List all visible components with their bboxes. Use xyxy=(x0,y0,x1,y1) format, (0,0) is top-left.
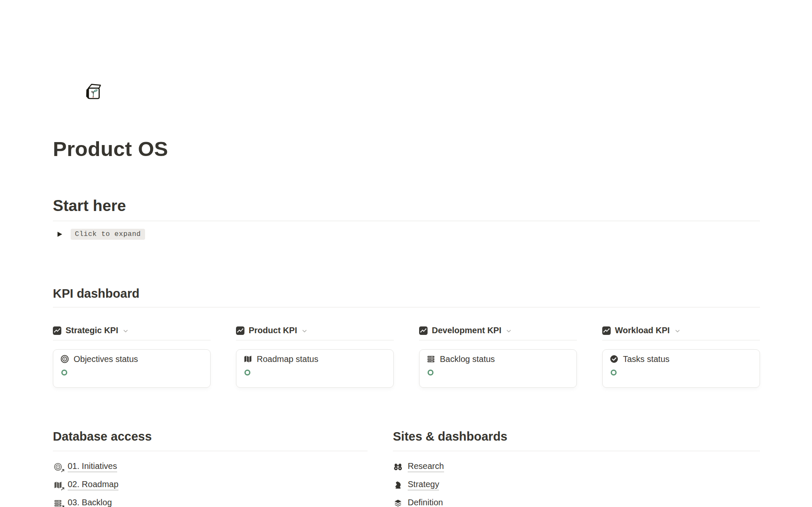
cube-seedling-icon xyxy=(83,82,102,101)
section-heading-database-access: Database access xyxy=(53,429,368,445)
link-roadmap[interactable]: 02. Roadmap xyxy=(53,477,118,493)
check-circle-icon xyxy=(609,354,619,364)
page-title: Product OS xyxy=(53,137,760,162)
line-chart-icon xyxy=(602,326,611,335)
kpi-card-label: Backlog status xyxy=(440,354,495,364)
external-arrow-icon xyxy=(60,468,65,473)
chevron-down-icon[interactable] xyxy=(675,329,680,333)
section-heading-start-here: Start here xyxy=(53,196,760,216)
notion-page: Product OS Start here Click to expand KP… xyxy=(0,82,760,507)
kpi-column-title[interactable]: Product KPI xyxy=(249,326,297,335)
chess-knight-icon xyxy=(393,480,403,490)
kpi-column-title[interactable]: Development KPI xyxy=(432,326,501,335)
kpi-header-workload[interactable]: Workload KPI xyxy=(602,325,760,336)
external-arrow-icon xyxy=(60,486,65,491)
chevron-down-icon[interactable] xyxy=(302,329,307,333)
divider xyxy=(53,340,211,340)
kpi-header-product[interactable]: Product KPI xyxy=(236,325,394,336)
kpi-header-strategic[interactable]: Strategic KPI xyxy=(53,325,211,336)
link-label[interactable]: 01. Initiatives xyxy=(68,461,117,472)
status-ring-empty xyxy=(244,370,250,375)
link-definition[interactable]: Definition xyxy=(393,495,443,507)
link-research[interactable]: Research xyxy=(393,458,444,475)
chevron-down-icon[interactable] xyxy=(123,329,128,333)
kpi-card-backlog[interactable]: Backlog status xyxy=(419,349,577,388)
line-chart-icon xyxy=(53,326,61,335)
page-icon-cube-seedling[interactable] xyxy=(83,82,102,101)
kpi-column-product: Product KPI Roadmap status xyxy=(236,325,394,388)
kpi-card-label: Objectives status xyxy=(74,354,138,364)
line-chart-icon xyxy=(419,326,428,335)
section-heading-kpi-dashboard: KPI dashboard xyxy=(53,286,760,302)
kpi-column-strategic: Strategic KPI Objectives status xyxy=(53,325,211,388)
target-icon xyxy=(60,354,69,364)
link-label[interactable]: 03. Backlog xyxy=(68,498,112,507)
external-arrow-icon xyxy=(60,504,65,507)
queue-rows-icon xyxy=(426,354,436,364)
line-chart-icon xyxy=(236,326,244,335)
divider xyxy=(53,451,368,451)
kpi-card-objectives[interactable]: Objectives status xyxy=(53,349,211,388)
kpi-column-development: Development KPI xyxy=(419,325,577,388)
sites-dashboards-column: Sites & dashboards xyxy=(393,429,760,507)
divider xyxy=(236,340,394,340)
link-backlog[interactable]: 03. Backlog xyxy=(53,495,112,507)
kpi-card-tasks[interactable]: Tasks status xyxy=(602,349,760,388)
map-icon xyxy=(243,354,252,364)
divider xyxy=(53,307,760,307)
kpi-grid: Strategic KPI Objectives status xyxy=(53,325,760,388)
divider xyxy=(393,451,760,451)
kpi-header-development[interactable]: Development KPI xyxy=(419,325,577,336)
bottom-columns: Database access 0 xyxy=(53,429,760,507)
layers-icon xyxy=(393,499,403,507)
chevron-down-icon[interactable] xyxy=(506,329,511,333)
kpi-card-roadmap[interactable]: Roadmap status xyxy=(236,349,394,388)
kpi-column-workload: Workload KPI Tasks status xyxy=(602,325,760,388)
divider xyxy=(53,221,760,221)
link-label[interactable]: Strategy xyxy=(408,480,439,491)
status-ring-empty xyxy=(611,370,617,375)
binoculars-icon xyxy=(393,462,403,471)
link-strategy[interactable]: Strategy xyxy=(393,477,439,493)
kpi-card-label: Roadmap status xyxy=(257,354,318,364)
database-access-column: Database access 0 xyxy=(53,429,368,507)
kpi-card-label: Tasks status xyxy=(623,354,669,364)
kpi-column-title[interactable]: Workload KPI xyxy=(615,326,670,335)
toggle-label-code-chip[interactable]: Click to expand xyxy=(71,229,145,240)
divider xyxy=(419,340,577,340)
link-label[interactable]: 02. Roadmap xyxy=(68,480,118,491)
link-label[interactable]: Definition xyxy=(408,498,443,507)
status-ring-empty xyxy=(61,370,67,375)
status-ring-empty xyxy=(428,370,433,375)
section-heading-sites-dashboards: Sites & dashboards xyxy=(393,429,760,445)
toggle-block[interactable]: Click to expand xyxy=(53,228,760,241)
link-label[interactable]: Research xyxy=(408,461,444,472)
link-initiatives[interactable]: 01. Initiatives xyxy=(53,458,117,475)
divider xyxy=(602,340,760,340)
kpi-column-title[interactable]: Strategic KPI xyxy=(66,326,118,335)
toggle-triangle-icon[interactable] xyxy=(58,232,62,237)
